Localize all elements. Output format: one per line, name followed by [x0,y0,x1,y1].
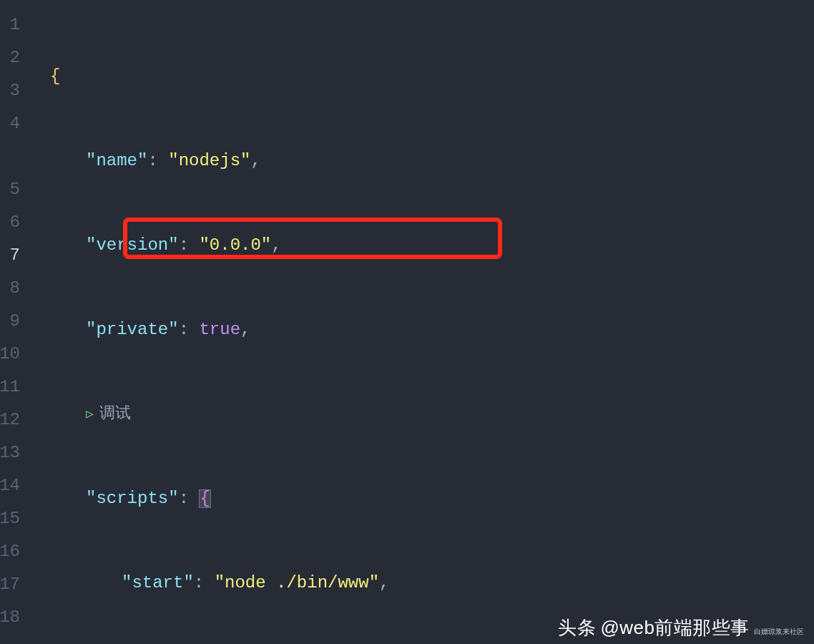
line-number: 15 [0,502,20,535]
debug-label: 调试 [99,406,131,422]
line-number: 10 [0,338,20,371]
line-number: 13 [0,436,20,469]
code-editor[interactable]: 1 2 3 4 5 6 7 8 9 10 11 12 13 14 15 16 1… [0,0,814,644]
code-line[interactable]: "version": "0.0.0", [31,229,814,262]
json-value-name: "nodejs" [168,152,250,170]
code-line[interactable]: "private": true, [31,313,814,346]
brace-open: { [50,68,60,85]
json-value-private: true [199,321,240,338]
line-number: 8 [0,272,20,305]
line-number: 2 [0,42,20,74]
watermark: 头条 @web前端那些事 白嫖琼浆来社区 [558,618,804,637]
watermark-prefix: 头条 [558,618,596,637]
line-number [0,140,20,173]
code-line[interactable]: { [31,60,814,93]
json-value-version: "0.0.0" [199,237,271,254]
json-key-name: "name" [86,152,147,170]
line-number: 17 [0,568,20,601]
code-area[interactable]: { "name": "nodejs", "version": "0.0.0", … [31,9,814,644]
play-icon: ▷ [86,408,94,421]
line-number: 5 [0,173,20,206]
line-number: 11 [0,371,20,404]
line-number: 1 [0,9,20,42]
json-key-scripts: "scripts" [86,490,179,507]
line-number-gutter: 1 2 3 4 5 6 7 8 9 10 11 12 13 14 15 16 1… [0,9,31,644]
line-number: 3 [0,74,20,107]
line-number: 12 [0,404,20,436]
line-number: 4 [0,107,20,140]
json-key-version: "version" [86,237,179,254]
json-key-start: "start" [122,575,194,592]
line-number: 9 [0,305,20,338]
line-number: 14 [0,469,20,502]
brace-open-matched: { [199,489,210,508]
code-line[interactable]: "name": "nodejs", [31,145,814,177]
line-number-active: 7 [0,239,20,272]
line-number: 16 [0,535,20,568]
watermark-handle: @web前端那些事 [600,618,750,637]
json-key-private: "private" [86,321,179,338]
code-line[interactable]: "scripts": { [31,482,814,515]
line-number: 18 [0,601,20,634]
debug-codelens[interactable]: ▷ 调试 [31,398,814,431]
json-value-start: "node ./bin/www" [215,575,379,592]
code-line[interactable]: "start": "node ./bin/www", [31,567,814,600]
watermark-small: 白嫖琼浆来社区 [754,628,804,635]
line-number: 6 [0,206,20,239]
